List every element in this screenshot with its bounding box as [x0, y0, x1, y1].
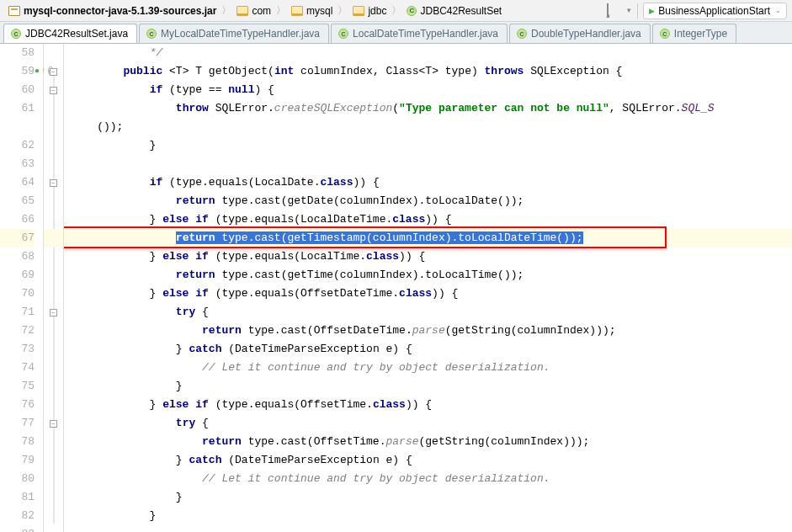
code-line[interactable]: }: [64, 377, 792, 396]
fold-cell: [44, 229, 63, 247]
fold-toggle-icon[interactable]: −: [50, 68, 57, 76]
breadcrumb-label: com: [252, 5, 271, 17]
code-line[interactable]: [64, 525, 792, 532]
code-line[interactable]: } else if (type.equals(OffsetDateTime.cl…: [64, 285, 792, 303]
folder-icon: [353, 6, 364, 16]
breadcrumb-separator: 〉: [338, 3, 348, 18]
breadcrumb-class[interactable]: CJDBC42ResultSet: [403, 3, 505, 19]
code-line[interactable]: */: [64, 44, 792, 62]
fold-cell: [44, 192, 63, 210]
code-line[interactable]: }: [64, 136, 792, 155]
fold-cell: [44, 451, 63, 470]
line-number: 80: [0, 470, 35, 488]
tab-doubletypehandler[interactable]: CDoubleTypeHandler.java: [509, 24, 651, 43]
jar-icon: [8, 6, 20, 16]
code-line[interactable]: return type.cast(getDate(columnIndex).to…: [64, 192, 792, 210]
fold-cell: [44, 488, 63, 507]
fold-cell: −: [44, 414, 63, 433]
code-line[interactable]: return type.cast(getTime(columnIndex).to…: [64, 266, 792, 285]
code-line[interactable]: } catch (DateTimeParseException e) {: [64, 451, 792, 470]
run-configuration-selector[interactable]: ▶ BusinessApplicationStart ⌄: [643, 3, 787, 19]
fold-cell: [44, 525, 63, 532]
code-line[interactable]: return type.cast(getTimestamp(columnInde…: [64, 229, 792, 247]
fold-cell: [44, 377, 63, 396]
fold-cell: [44, 136, 63, 155]
toolbar-right: ▼ ▶ BusinessApplicationStart ⌄: [605, 3, 787, 19]
code-line[interactable]: // Let it continue and try by object des…: [64, 470, 792, 488]
code-line[interactable]: return type.cast(OffsetTime.parse(getStr…: [64, 433, 792, 451]
line-number-gutter: 5859●↑@606162636465666768697071727374757…: [0, 44, 44, 532]
line-number: 76: [0, 396, 35, 414]
tab-label: DoubleTypeHandler.java: [531, 28, 641, 40]
breadcrumb-jar[interactable]: mysql-connector-java-5.1.39-sources.jar: [5, 3, 220, 19]
class-icon: C: [517, 29, 527, 39]
line-number: 74: [0, 359, 35, 377]
code-line[interactable]: if (type == null) {: [64, 81, 792, 99]
breadcrumb-label: JDBC42ResultSet: [420, 5, 502, 17]
code-line[interactable]: public <T> T getObject(int columnIndex, …: [64, 62, 792, 81]
line-number: 61: [0, 99, 35, 118]
breadcrumb-bar: mysql-connector-java-5.1.39-sources.jar …: [0, 0, 792, 22]
fold-cell: [44, 340, 63, 359]
code-line[interactable]: throw SQLError.createSQLException("Type …: [64, 99, 792, 118]
tab-mylocaldatetimetypehandler[interactable]: CMyLocalDateTimeTypeHandler.java: [139, 24, 329, 43]
fold-cell: −: [44, 81, 63, 99]
breadcrumb-com[interactable]: com: [233, 3, 274, 19]
tab-label: LocalDateTimeTypeHandler.java: [353, 28, 498, 40]
line-number: 69: [0, 266, 35, 285]
fold-toggle-icon[interactable]: −: [50, 87, 57, 94]
folder-icon: [237, 6, 248, 16]
code-line[interactable]: }: [64, 488, 792, 507]
line-number: 65: [0, 192, 35, 210]
code-line[interactable]: }: [64, 507, 792, 525]
code-line[interactable]: if (type.equals(LocalDate.class)) {: [64, 173, 792, 192]
code-line[interactable]: ());: [64, 118, 792, 136]
code-line[interactable]: } else if (type.equals(LocalDateTime.cla…: [64, 210, 792, 229]
fold-toggle-icon[interactable]: −: [50, 420, 57, 428]
tab-jdbc42resultset[interactable]: CJDBC42ResultSet.java: [3, 24, 137, 43]
line-number: 77: [0, 414, 35, 433]
layout-tool-icon[interactable]: [605, 4, 619, 18]
code-line[interactable]: // Let it continue and try by object des…: [64, 359, 792, 377]
fold-cell: [44, 507, 63, 525]
toolbar-separator: [637, 3, 638, 19]
line-number: 58: [0, 44, 35, 62]
code-line[interactable]: return type.cast(OffsetDateTime.parse(ge…: [64, 322, 792, 340]
fold-cell: −: [44, 303, 63, 322]
tab-label: MyLocalDateTimeTypeHandler.java: [161, 28, 320, 40]
chevron-down-icon: ⌄: [775, 7, 781, 14]
tab-label: IntegerType: [674, 28, 727, 40]
line-number: 59●↑@: [0, 62, 35, 81]
line-number: 72: [0, 322, 35, 340]
run-icon: ▶: [649, 7, 655, 15]
tab-localdatetimetypehandler[interactable]: CLocalDateTimeTypeHandler.java: [331, 24, 508, 43]
fold-cell: [44, 210, 63, 229]
line-number: 75: [0, 377, 35, 396]
line-number: 78: [0, 433, 35, 451]
breadcrumb-label: mysql: [306, 5, 332, 17]
fold-cell: [44, 44, 63, 62]
tab-integertype[interactable]: CIntegerType: [652, 24, 736, 43]
breadcrumb-label: jdbc: [368, 5, 386, 17]
line-number: 73: [0, 340, 35, 359]
fold-cell: [44, 118, 63, 136]
code-area[interactable]: */ public <T> T getObject(int columnInde…: [64, 44, 792, 532]
code-line[interactable]: try {: [64, 303, 792, 322]
fold-toggle-icon[interactable]: −: [50, 179, 57, 187]
code-line[interactable]: [64, 155, 792, 173]
breadcrumb-mysql[interactable]: mysql: [288, 3, 336, 19]
fold-cell: [44, 433, 63, 451]
override-marker-icon[interactable]: ●: [35, 62, 40, 81]
fold-toggle-icon[interactable]: −: [50, 309, 57, 317]
line-number: 66: [0, 210, 35, 229]
fold-cell: [44, 99, 63, 118]
code-editor[interactable]: 5859●↑@606162636465666768697071727374757…: [0, 44, 792, 532]
fold-cell: [44, 155, 63, 173]
line-number: 63: [0, 155, 35, 173]
code-line[interactable]: } else if (type.equals(LocalTime.class))…: [64, 247, 792, 266]
code-line[interactable]: } else if (type.equals(OffsetTime.class)…: [64, 396, 792, 414]
chevron-down-icon[interactable]: ▼: [625, 7, 632, 14]
code-line[interactable]: try {: [64, 414, 792, 433]
breadcrumb-jdbc[interactable]: jdbc: [349, 3, 390, 19]
code-line[interactable]: } catch (DateTimeParseException e) {: [64, 340, 792, 359]
